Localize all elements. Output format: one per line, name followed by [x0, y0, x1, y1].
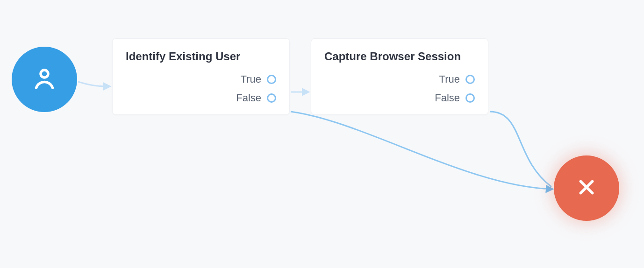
output-port-true[interactable] [267, 75, 276, 84]
close-icon [575, 176, 598, 201]
node-title: Capture Browser Session [324, 50, 475, 63]
svg-point-0 [41, 70, 48, 78]
output-false: False [126, 92, 276, 104]
output-label: True [439, 73, 460, 85]
output-port-true[interactable] [465, 75, 475, 84]
output-label: True [241, 73, 261, 85]
node-capture-browser-session[interactable]: Capture Browser Session True False [311, 38, 488, 115]
output-true: True [126, 73, 276, 85]
output-port-false[interactable] [465, 93, 475, 103]
output-label: False [236, 92, 261, 104]
output-false: False [324, 92, 475, 104]
output-port-false[interactable] [267, 93, 276, 103]
node-title: Identify Existing User [126, 50, 276, 63]
output-true: True [324, 73, 475, 85]
user-icon [30, 64, 58, 94]
node-identify-existing-user[interactable]: Identify Existing User True False [112, 38, 290, 115]
output-label: False [435, 92, 460, 104]
end-node[interactable] [554, 155, 619, 221]
start-node[interactable] [12, 47, 77, 112]
flow-canvas: Identify Existing User True False Captur… [0, 0, 644, 268]
